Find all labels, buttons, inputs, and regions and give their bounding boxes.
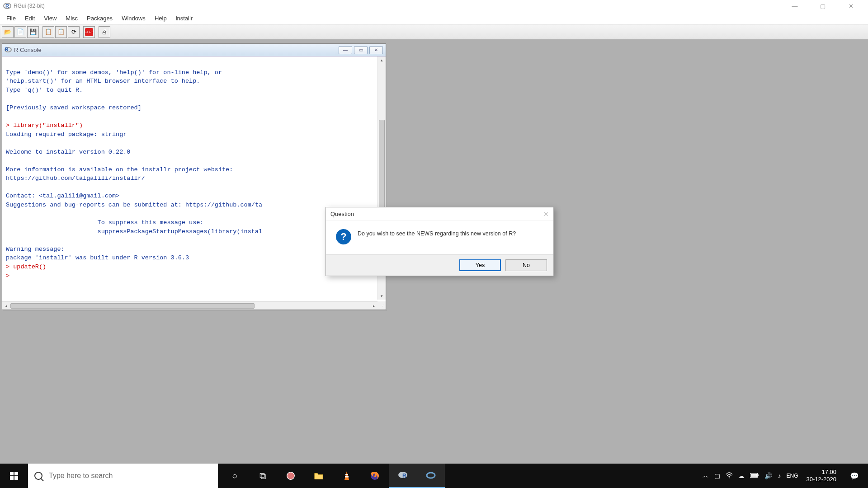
svg-rect-10 xyxy=(751,474,757,477)
question-dialog: Question ✕ ? Do you wish to see the NEWS… xyxy=(326,207,554,276)
r-logo-icon: R xyxy=(4,2,11,9)
app-icon xyxy=(286,471,296,481)
system-tray: ︿ ▢ ☁ 🔊 ♪ ENG 17:00 30-12-2020 💬 xyxy=(703,464,868,488)
toolbar-source-button[interactable]: 📄 xyxy=(14,26,26,38)
resize-grip-icon[interactable]: ⋰ xyxy=(377,301,386,310)
tray-misc-icon[interactable]: ♪ xyxy=(778,472,781,479)
toolbar: 📂 📄 💾 📋 📋 ⟳ STOP 🖨 xyxy=(0,24,868,40)
r-app-icon: R xyxy=(397,470,408,481)
dialog-title: Question xyxy=(330,211,354,217)
taskbar-icons: ○ ⧉ R xyxy=(221,464,445,488)
r-console-title: R Console xyxy=(14,47,42,53)
source-icon: 📄 xyxy=(17,28,24,35)
language-indicator[interactable]: ENG xyxy=(786,473,798,479)
mdi-workspace: R R Console — ▭ ✕ Type 'demo()' for some… xyxy=(0,40,868,464)
console-minimize-button[interactable]: — xyxy=(339,46,352,54)
search-placeholder: Type here to search xyxy=(49,472,113,480)
scroll-left-arrow-icon[interactable]: ◂ xyxy=(2,302,9,310)
action-center-icon[interactable]: 💬 xyxy=(844,464,864,488)
menu-packages[interactable]: Packages xyxy=(82,13,117,23)
taskbar-clock[interactable]: 17:00 30-12-2020 xyxy=(807,469,837,483)
svg-point-0 xyxy=(287,472,295,480)
start-button[interactable] xyxy=(0,464,28,488)
toolbar-stop-button[interactable]: STOP xyxy=(83,26,95,38)
print-icon: 🖨 xyxy=(102,28,108,35)
clock-time: 17:00 xyxy=(807,469,837,476)
copy-icon: 📋 xyxy=(45,28,52,35)
svg-point-7 xyxy=(729,477,730,478)
file-explorer-icon[interactable] xyxy=(305,464,333,488)
toolbar-copy-button[interactable]: 📋 xyxy=(42,26,54,38)
menu-edit[interactable]: Edit xyxy=(20,13,39,23)
search-icon xyxy=(34,472,42,480)
folder-icon xyxy=(314,471,324,480)
volume-icon[interactable]: 🔊 xyxy=(764,472,772,479)
svg-rect-1 xyxy=(345,474,348,475)
windows-logo-icon xyxy=(10,472,18,480)
scroll-right-arrow-icon[interactable]: ▸ xyxy=(370,302,377,310)
stop-icon: STOP xyxy=(85,28,93,36)
open-icon: 📂 xyxy=(4,28,11,35)
ring-icon xyxy=(425,470,436,481)
dialog-footer: Yes No xyxy=(326,254,553,276)
taskbar-search[interactable]: Type here to search xyxy=(28,464,218,488)
tray-chevron-up-icon[interactable]: ︿ xyxy=(703,472,709,480)
toolbar-save-button[interactable]: 💾 xyxy=(27,26,39,38)
console-close-button[interactable]: ✕ xyxy=(369,46,383,54)
menu-bar: File Edit View Misc Packages Windows Hel… xyxy=(0,12,868,24)
toolbar-open-button[interactable]: 📂 xyxy=(2,26,14,38)
cone-icon xyxy=(342,471,351,481)
menu-view[interactable]: View xyxy=(39,13,61,23)
taskbar-app-1[interactable] xyxy=(277,464,305,488)
refresh-icon: ⟳ xyxy=(71,28,76,35)
paste-icon: 📋 xyxy=(57,28,65,35)
menu-help[interactable]: Help xyxy=(150,13,171,23)
scroll-down-arrow-icon[interactable]: ▾ xyxy=(378,292,386,300)
yes-button[interactable]: Yes xyxy=(459,259,501,271)
no-button[interactable]: No xyxy=(505,259,547,271)
menu-installr[interactable]: installr xyxy=(171,13,198,23)
vertical-scroll-thumb[interactable] xyxy=(379,120,385,219)
r-console-controls: — ▭ ✕ xyxy=(339,46,383,54)
window-controls: — ▢ ✕ xyxy=(786,1,864,10)
tray-app-icon[interactable]: ▢ xyxy=(714,472,720,479)
console-maximize-button[interactable]: ▭ xyxy=(354,46,368,54)
toolbar-paste-button[interactable]: 📋 xyxy=(55,26,67,38)
menu-file[interactable]: File xyxy=(2,13,20,23)
vlc-icon[interactable] xyxy=(333,464,361,488)
toolbar-refresh-button[interactable]: ⟳ xyxy=(68,26,80,38)
dialog-message: Do you wish to see the NEWS regarding th… xyxy=(358,229,516,244)
firefox-logo-icon xyxy=(369,470,380,481)
rgui-taskbar-icon[interactable]: R xyxy=(389,464,417,488)
taskbar-app-extra[interactable] xyxy=(417,464,445,488)
svg-rect-9 xyxy=(758,474,759,476)
clock-date: 30-12-2020 xyxy=(807,476,837,483)
save-icon: 💾 xyxy=(29,28,37,35)
dialog-body: ? Do you wish to see the NEWS regarding … xyxy=(326,221,553,254)
menu-windows[interactable]: Windows xyxy=(117,13,150,23)
battery-icon[interactable] xyxy=(750,472,759,479)
question-icon: ? xyxy=(336,229,351,244)
cortana-icon[interactable]: ○ xyxy=(221,464,249,488)
onedrive-icon[interactable]: ☁ xyxy=(738,472,745,479)
firefox-icon[interactable] xyxy=(361,464,389,488)
r-console-title-bar[interactable]: R R Console — ▭ ✕ xyxy=(2,44,386,56)
windows-taskbar: Type here to search ○ ⧉ R ︿ ▢ ☁ xyxy=(0,464,868,488)
svg-text:R: R xyxy=(402,473,406,479)
menu-misc[interactable]: Misc xyxy=(61,13,82,23)
minimize-button[interactable]: — xyxy=(786,1,804,10)
task-view-icon[interactable]: ⧉ xyxy=(249,464,277,488)
svg-rect-2 xyxy=(345,476,349,478)
maximize-button[interactable]: ▢ xyxy=(814,1,832,10)
svg-point-6 xyxy=(427,473,435,478)
horizontal-scrollbar[interactable]: ◂ ▸ xyxy=(2,301,377,310)
app-title-bar: R RGui (32-bit) — ▢ ✕ xyxy=(0,0,868,12)
close-button[interactable]: ✕ xyxy=(842,1,860,10)
app-title: RGui (32-bit) xyxy=(14,3,45,9)
dialog-close-button[interactable]: ✕ xyxy=(535,211,549,218)
scroll-up-arrow-icon[interactable]: ▴ xyxy=(378,56,386,64)
toolbar-print-button[interactable]: 🖨 xyxy=(99,26,110,38)
dialog-title-bar[interactable]: Question ✕ xyxy=(326,207,553,221)
wifi-icon[interactable] xyxy=(726,472,733,480)
horizontal-scroll-thumb[interactable] xyxy=(10,303,255,309)
